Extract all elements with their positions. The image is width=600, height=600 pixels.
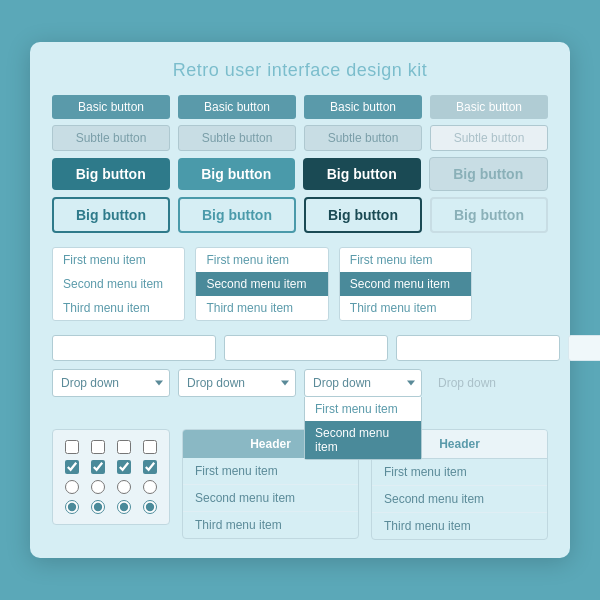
radio-7[interactable]	[117, 500, 131, 514]
menu-3-item-1[interactable]: First menu item	[340, 248, 471, 272]
table-1-row-1[interactable]: First menu item	[183, 458, 358, 485]
dropdown-3[interactable]: Drop down	[304, 369, 422, 397]
dropdown-1[interactable]: Drop down	[52, 369, 170, 397]
table-1-row-3[interactable]: Third menu item	[183, 512, 358, 538]
radio-4[interactable]	[143, 480, 157, 494]
bottom-section: Header First menu item Second menu item …	[52, 429, 548, 540]
big-button-solid-1[interactable]: Big button	[52, 158, 170, 190]
checkbox-row-1	[65, 440, 157, 454]
big-button-outline-1[interactable]: Big button	[52, 197, 170, 233]
check-radio-box	[52, 429, 170, 525]
basic-button-3[interactable]: Basic button	[304, 95, 422, 119]
menu-3-item-3[interactable]: Third menu item	[340, 296, 471, 320]
radio-6[interactable]	[91, 500, 105, 514]
menus-section: First menu item Second menu item Third m…	[52, 247, 548, 321]
table-2-row-3[interactable]: Third menu item	[372, 513, 547, 539]
dropdown-3-menu: First menu item Second menu item	[304, 397, 422, 460]
radio-row-2	[65, 500, 157, 514]
subtle-button-1[interactable]: Subtle button	[52, 125, 170, 151]
menu-2-item-2[interactable]: Second menu item	[196, 272, 327, 296]
big-button-solid-2[interactable]: Big button	[178, 158, 296, 190]
dropdowns-section: Drop down Drop down Drop down First menu…	[52, 369, 548, 397]
radio-8[interactable]	[143, 500, 157, 514]
basic-button-2[interactable]: Basic button	[178, 95, 296, 119]
dropdown-4-wrap: Drop down	[430, 369, 548, 397]
dropdown-3-wrap: Drop down First menu item Second menu it…	[304, 369, 422, 397]
table-2-row-2[interactable]: Second menu item	[372, 486, 547, 513]
dropdown-2-wrap: Drop down	[178, 369, 296, 397]
input-3[interactable]	[396, 335, 560, 361]
checkbox-3[interactable]	[117, 440, 131, 454]
checkbox-6[interactable]	[91, 460, 105, 474]
dropdown-3-menu-item-1[interactable]: First menu item	[305, 397, 421, 421]
radio-1[interactable]	[65, 480, 79, 494]
menu-1-item-3[interactable]: Third menu item	[53, 296, 184, 320]
menu-1-item-2[interactable]: Second menu item	[53, 272, 184, 296]
basic-button-1[interactable]: Basic button	[52, 95, 170, 119]
table-1-row-2[interactable]: Second menu item	[183, 485, 358, 512]
main-card: Retro user interface design kit Basic bu…	[30, 42, 570, 558]
dropdown-4[interactable]: Drop down	[430, 369, 548, 397]
big-button-solid-4[interactable]: Big button	[429, 157, 549, 191]
menu-3-item-2[interactable]: Second menu item	[340, 272, 471, 296]
basic-button-4[interactable]: Basic button	[430, 95, 548, 119]
checkbox-7[interactable]	[117, 460, 131, 474]
input-1[interactable]	[52, 335, 216, 361]
menu-1: First menu item Second menu item Third m…	[52, 247, 185, 321]
menu-1-item-1[interactable]: First menu item	[53, 248, 184, 272]
dropdown-3-menu-item-2[interactable]: Second menu item	[305, 421, 421, 459]
radio-3[interactable]	[117, 480, 131, 494]
checkbox-4[interactable]	[143, 440, 157, 454]
menu-3: First menu item Second menu item Third m…	[339, 247, 472, 321]
dropdown-1-wrap: Drop down	[52, 369, 170, 397]
input-4[interactable]	[568, 335, 600, 361]
menu-2: First menu item Second menu item Third m…	[195, 247, 328, 321]
inputs-section	[52, 335, 548, 361]
table-2-row-1[interactable]: First menu item	[372, 459, 547, 486]
big-solid-buttons-row: Big button Big button Big button Big but…	[52, 157, 548, 191]
subtle-buttons-row: Subtle button Subtle button Subtle butto…	[52, 125, 548, 151]
big-outline-buttons-row: Big button Big button Big button Big but…	[52, 197, 548, 233]
checkbox-1[interactable]	[65, 440, 79, 454]
big-button-solid-3[interactable]: Big button	[303, 158, 421, 190]
radio-5[interactable]	[65, 500, 79, 514]
radio-row-1	[65, 480, 157, 494]
page-title: Retro user interface design kit	[52, 60, 548, 81]
checkbox-2[interactable]	[91, 440, 105, 454]
basic-buttons-row: Basic button Basic button Basic button B…	[52, 95, 548, 119]
big-button-outline-2[interactable]: Big button	[178, 197, 296, 233]
checkbox-row-2	[65, 460, 157, 474]
subtle-button-3[interactable]: Subtle button	[304, 125, 422, 151]
subtle-button-4[interactable]: Subtle button	[430, 125, 548, 151]
dropdown-2[interactable]: Drop down	[178, 369, 296, 397]
checkbox-8[interactable]	[143, 460, 157, 474]
checkbox-5[interactable]	[65, 460, 79, 474]
subtle-button-2[interactable]: Subtle button	[178, 125, 296, 151]
buttons-section: Basic button Basic button Basic button B…	[52, 95, 548, 233]
radio-2[interactable]	[91, 480, 105, 494]
big-button-outline-3[interactable]: Big button	[304, 197, 422, 233]
menu-2-item-1[interactable]: First menu item	[196, 248, 327, 272]
big-button-outline-4[interactable]: Big button	[430, 197, 548, 233]
menu-2-item-3[interactable]: Third menu item	[196, 296, 327, 320]
input-2[interactable]	[224, 335, 388, 361]
